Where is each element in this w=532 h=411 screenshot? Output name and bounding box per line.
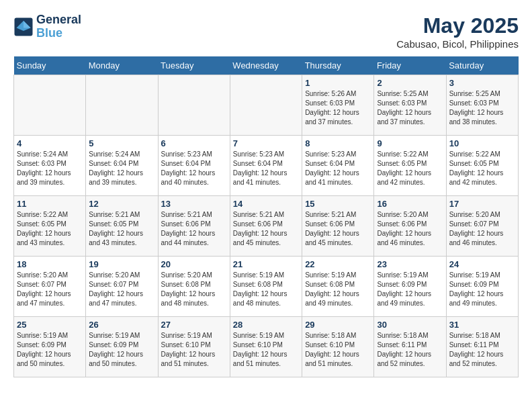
calendar-cell: 10Sunrise: 5:22 AM Sunset: 6:05 PM Dayli…	[446, 136, 518, 196]
day-info: Sunrise: 5:20 AM Sunset: 6:08 PM Dayligh…	[161, 271, 227, 308]
day-number: 18	[17, 259, 83, 269]
day-number: 1	[305, 78, 371, 88]
day-info: Sunrise: 5:19 AM Sunset: 6:08 PM Dayligh…	[233, 271, 299, 308]
day-number: 30	[377, 320, 443, 330]
day-info: Sunrise: 5:23 AM Sunset: 6:04 PM Dayligh…	[305, 150, 371, 187]
day-number: 20	[161, 259, 227, 269]
day-info: Sunrise: 5:19 AM Sunset: 6:08 PM Dayligh…	[305, 271, 371, 308]
calendar-cell: 12Sunrise: 5:21 AM Sunset: 6:05 PM Dayli…	[86, 196, 158, 257]
calendar-cell: 17Sunrise: 5:20 AM Sunset: 6:07 PM Dayli…	[446, 196, 518, 257]
day-of-week-friday: Friday	[374, 56, 446, 75]
page-header: General Blue May 2025 Cabusao, Bicol, Ph…	[13, 13, 519, 50]
day-number: 25	[17, 320, 83, 330]
day-info: Sunrise: 5:19 AM Sunset: 6:09 PM Dayligh…	[377, 271, 443, 308]
day-number: 23	[377, 259, 443, 269]
calendar-cell: 13Sunrise: 5:21 AM Sunset: 6:06 PM Dayli…	[158, 196, 230, 257]
day-number: 21	[233, 259, 299, 269]
day-info: Sunrise: 5:21 AM Sunset: 6:06 PM Dayligh…	[233, 210, 299, 248]
logo-text: General Blue	[36, 13, 81, 40]
calendar-cell: 23Sunrise: 5:19 AM Sunset: 6:09 PM Dayli…	[374, 257, 446, 317]
calendar-cell: 26Sunrise: 5:19 AM Sunset: 6:09 PM Dayli…	[86, 317, 158, 377]
day-number: 17	[449, 199, 515, 209]
day-of-week-monday: Monday	[86, 56, 158, 75]
day-number: 16	[377, 199, 443, 209]
day-number: 9	[377, 138, 443, 148]
day-info: Sunrise: 5:19 AM Sunset: 6:09 PM Dayligh…	[89, 331, 154, 369]
day-number: 29	[305, 320, 371, 330]
day-number: 8	[305, 138, 371, 148]
logo-icon	[13, 17, 34, 37]
calendar-cell: 11Sunrise: 5:22 AM Sunset: 6:05 PM Dayli…	[14, 196, 86, 257]
day-info: Sunrise: 5:20 AM Sunset: 6:07 PM Dayligh…	[449, 210, 515, 248]
calendar-body: 1Sunrise: 5:26 AM Sunset: 6:03 PM Daylig…	[14, 75, 519, 377]
day-of-week-sunday: Sunday	[14, 56, 86, 75]
calendar-cell: 2Sunrise: 5:25 AM Sunset: 6:03 PM Daylig…	[374, 75, 446, 136]
day-info: Sunrise: 5:22 AM Sunset: 6:05 PM Dayligh…	[377, 150, 443, 187]
day-info: Sunrise: 5:20 AM Sunset: 6:06 PM Dayligh…	[377, 210, 443, 248]
day-info: Sunrise: 5:23 AM Sunset: 6:04 PM Dayligh…	[233, 150, 299, 187]
day-number: 28	[233, 320, 299, 330]
day-number: 5	[89, 138, 154, 148]
day-info: Sunrise: 5:18 AM Sunset: 6:11 PM Dayligh…	[377, 331, 443, 369]
calendar-cell: 9Sunrise: 5:22 AM Sunset: 6:05 PM Daylig…	[374, 136, 446, 196]
day-number: 2	[377, 78, 443, 88]
day-info: Sunrise: 5:19 AM Sunset: 6:10 PM Dayligh…	[161, 331, 227, 369]
day-info: Sunrise: 5:18 AM Sunset: 6:10 PM Dayligh…	[305, 331, 371, 369]
day-number: 4	[17, 138, 83, 148]
day-info: Sunrise: 5:25 AM Sunset: 6:03 PM Dayligh…	[449, 89, 515, 127]
day-number: 13	[161, 199, 227, 209]
calendar-cell: 22Sunrise: 5:19 AM Sunset: 6:08 PM Dayli…	[302, 257, 374, 317]
day-info: Sunrise: 5:19 AM Sunset: 6:09 PM Dayligh…	[17, 331, 83, 369]
calendar-table: SundayMondayTuesdayWednesdayThursdayFrid…	[13, 56, 519, 377]
calendar-cell: 24Sunrise: 5:19 AM Sunset: 6:09 PM Dayli…	[446, 257, 518, 317]
week-row-2: 4Sunrise: 5:24 AM Sunset: 6:03 PM Daylig…	[14, 136, 519, 196]
day-number: 19	[89, 259, 154, 269]
calendar-header: SundayMondayTuesdayWednesdayThursdayFrid…	[14, 56, 519, 75]
calendar-cell	[14, 75, 86, 136]
calendar-cell	[86, 75, 158, 136]
calendar-cell: 30Sunrise: 5:18 AM Sunset: 6:11 PM Dayli…	[374, 317, 446, 377]
day-info: Sunrise: 5:19 AM Sunset: 6:09 PM Dayligh…	[449, 271, 515, 308]
day-info: Sunrise: 5:24 AM Sunset: 6:04 PM Dayligh…	[89, 150, 154, 187]
days-of-week-row: SundayMondayTuesdayWednesdayThursdayFrid…	[14, 56, 519, 75]
logo: General Blue	[13, 13, 81, 40]
calendar-cell: 3Sunrise: 5:25 AM Sunset: 6:03 PM Daylig…	[446, 75, 518, 136]
day-info: Sunrise: 5:22 AM Sunset: 6:05 PM Dayligh…	[449, 150, 515, 187]
day-of-week-tuesday: Tuesday	[158, 56, 230, 75]
day-info: Sunrise: 5:19 AM Sunset: 6:10 PM Dayligh…	[233, 331, 299, 369]
calendar-cell: 19Sunrise: 5:20 AM Sunset: 6:07 PM Dayli…	[86, 257, 158, 317]
calendar-cell	[158, 75, 230, 136]
calendar-cell: 29Sunrise: 5:18 AM Sunset: 6:10 PM Dayli…	[302, 317, 374, 377]
calendar-cell: 18Sunrise: 5:20 AM Sunset: 6:07 PM Dayli…	[14, 257, 86, 317]
calendar-cell: 28Sunrise: 5:19 AM Sunset: 6:10 PM Dayli…	[230, 317, 302, 377]
calendar-cell: 21Sunrise: 5:19 AM Sunset: 6:08 PM Dayli…	[230, 257, 302, 317]
day-number: 12	[89, 199, 154, 209]
week-row-1: 1Sunrise: 5:26 AM Sunset: 6:03 PM Daylig…	[14, 75, 519, 136]
week-row-5: 25Sunrise: 5:19 AM Sunset: 6:09 PM Dayli…	[14, 317, 519, 377]
day-number: 27	[161, 320, 227, 330]
day-number: 15	[305, 199, 371, 209]
day-of-week-saturday: Saturday	[446, 56, 518, 75]
day-info: Sunrise: 5:26 AM Sunset: 6:03 PM Dayligh…	[305, 89, 371, 127]
day-number: 22	[305, 259, 371, 269]
day-number: 31	[449, 320, 515, 330]
calendar-cell: 4Sunrise: 5:24 AM Sunset: 6:03 PM Daylig…	[14, 136, 86, 196]
location: Cabusao, Bicol, Philippines	[396, 38, 519, 50]
calendar-cell: 25Sunrise: 5:19 AM Sunset: 6:09 PM Dayli…	[14, 317, 86, 377]
day-info: Sunrise: 5:18 AM Sunset: 6:11 PM Dayligh…	[449, 331, 515, 369]
calendar-cell: 20Sunrise: 5:20 AM Sunset: 6:08 PM Dayli…	[158, 257, 230, 317]
day-number: 6	[161, 138, 227, 148]
day-info: Sunrise: 5:25 AM Sunset: 6:03 PM Dayligh…	[377, 89, 443, 127]
calendar-cell: 27Sunrise: 5:19 AM Sunset: 6:10 PM Dayli…	[158, 317, 230, 377]
day-info: Sunrise: 5:20 AM Sunset: 6:07 PM Dayligh…	[17, 271, 83, 308]
day-number: 11	[17, 199, 83, 209]
week-row-4: 18Sunrise: 5:20 AM Sunset: 6:07 PM Dayli…	[14, 257, 519, 317]
day-number: 26	[89, 320, 154, 330]
calendar-cell: 5Sunrise: 5:24 AM Sunset: 6:04 PM Daylig…	[86, 136, 158, 196]
calendar-cell: 8Sunrise: 5:23 AM Sunset: 6:04 PM Daylig…	[302, 136, 374, 196]
calendar-cell: 15Sunrise: 5:21 AM Sunset: 6:06 PM Dayli…	[302, 196, 374, 257]
day-number: 24	[449, 259, 515, 269]
calendar-cell: 16Sunrise: 5:20 AM Sunset: 6:06 PM Dayli…	[374, 196, 446, 257]
day-number: 10	[449, 138, 515, 148]
day-info: Sunrise: 5:20 AM Sunset: 6:07 PM Dayligh…	[89, 271, 154, 308]
